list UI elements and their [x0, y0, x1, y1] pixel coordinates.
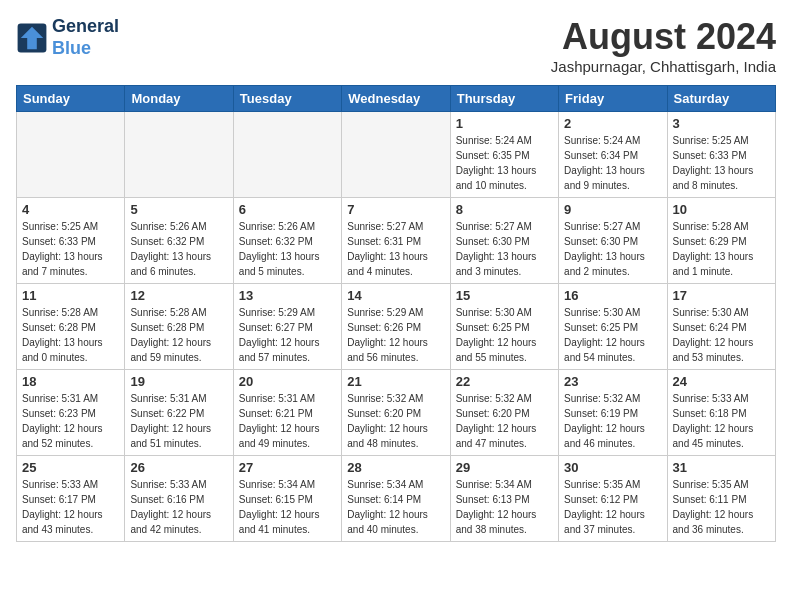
- calendar-cell: 16Sunrise: 5:30 AM Sunset: 6:25 PM Dayli…: [559, 284, 667, 370]
- calendar-cell: 22Sunrise: 5:32 AM Sunset: 6:20 PM Dayli…: [450, 370, 558, 456]
- day-info: Sunrise: 5:34 AM Sunset: 6:14 PM Dayligh…: [347, 477, 444, 537]
- day-number: 4: [22, 202, 119, 217]
- day-number: 17: [673, 288, 770, 303]
- day-number: 8: [456, 202, 553, 217]
- day-info: Sunrise: 5:33 AM Sunset: 6:17 PM Dayligh…: [22, 477, 119, 537]
- day-number: 9: [564, 202, 661, 217]
- calendar-cell: 29Sunrise: 5:34 AM Sunset: 6:13 PM Dayli…: [450, 456, 558, 542]
- weekday-header-friday: Friday: [559, 86, 667, 112]
- calendar-cell: 28Sunrise: 5:34 AM Sunset: 6:14 PM Dayli…: [342, 456, 450, 542]
- calendar-week-4: 18Sunrise: 5:31 AM Sunset: 6:23 PM Dayli…: [17, 370, 776, 456]
- logo-text: General Blue: [52, 16, 119, 59]
- logo-line1: General: [52, 16, 119, 38]
- day-info: Sunrise: 5:29 AM Sunset: 6:26 PM Dayligh…: [347, 305, 444, 365]
- day-number: 19: [130, 374, 227, 389]
- day-info: Sunrise: 5:30 AM Sunset: 6:25 PM Dayligh…: [564, 305, 661, 365]
- day-number: 11: [22, 288, 119, 303]
- day-info: Sunrise: 5:30 AM Sunset: 6:24 PM Dayligh…: [673, 305, 770, 365]
- calendar-header: SundayMondayTuesdayWednesdayThursdayFrid…: [17, 86, 776, 112]
- day-info: Sunrise: 5:28 AM Sunset: 6:28 PM Dayligh…: [22, 305, 119, 365]
- day-number: 23: [564, 374, 661, 389]
- calendar-cell: 26Sunrise: 5:33 AM Sunset: 6:16 PM Dayli…: [125, 456, 233, 542]
- calendar-cell: 15Sunrise: 5:30 AM Sunset: 6:25 PM Dayli…: [450, 284, 558, 370]
- day-info: Sunrise: 5:26 AM Sunset: 6:32 PM Dayligh…: [130, 219, 227, 279]
- day-number: 5: [130, 202, 227, 217]
- day-number: 22: [456, 374, 553, 389]
- day-number: 31: [673, 460, 770, 475]
- day-number: 25: [22, 460, 119, 475]
- day-info: Sunrise: 5:34 AM Sunset: 6:13 PM Dayligh…: [456, 477, 553, 537]
- day-number: 10: [673, 202, 770, 217]
- calendar-cell: [233, 112, 341, 198]
- day-info: Sunrise: 5:32 AM Sunset: 6:19 PM Dayligh…: [564, 391, 661, 451]
- weekday-header-sunday: Sunday: [17, 86, 125, 112]
- day-number: 1: [456, 116, 553, 131]
- calendar-cell: 13Sunrise: 5:29 AM Sunset: 6:27 PM Dayli…: [233, 284, 341, 370]
- day-info: Sunrise: 5:27 AM Sunset: 6:31 PM Dayligh…: [347, 219, 444, 279]
- calendar-cell: 17Sunrise: 5:30 AM Sunset: 6:24 PM Dayli…: [667, 284, 775, 370]
- weekday-header-monday: Monday: [125, 86, 233, 112]
- calendar-cell: 3Sunrise: 5:25 AM Sunset: 6:33 PM Daylig…: [667, 112, 775, 198]
- day-info: Sunrise: 5:33 AM Sunset: 6:18 PM Dayligh…: [673, 391, 770, 451]
- calendar-cell: 20Sunrise: 5:31 AM Sunset: 6:21 PM Dayli…: [233, 370, 341, 456]
- day-info: Sunrise: 5:34 AM Sunset: 6:15 PM Dayligh…: [239, 477, 336, 537]
- day-info: Sunrise: 5:33 AM Sunset: 6:16 PM Dayligh…: [130, 477, 227, 537]
- calendar-cell: 31Sunrise: 5:35 AM Sunset: 6:11 PM Dayli…: [667, 456, 775, 542]
- day-number: 21: [347, 374, 444, 389]
- logo: General Blue: [16, 16, 119, 59]
- calendar-cell: 25Sunrise: 5:33 AM Sunset: 6:17 PM Dayli…: [17, 456, 125, 542]
- day-info: Sunrise: 5:28 AM Sunset: 6:29 PM Dayligh…: [673, 219, 770, 279]
- title-block: August 2024 Jashpurnagar, Chhattisgarh, …: [551, 16, 776, 75]
- day-number: 15: [456, 288, 553, 303]
- day-info: Sunrise: 5:25 AM Sunset: 6:33 PM Dayligh…: [673, 133, 770, 193]
- calendar-cell: 24Sunrise: 5:33 AM Sunset: 6:18 PM Dayli…: [667, 370, 775, 456]
- day-number: 20: [239, 374, 336, 389]
- calendar-cell: 12Sunrise: 5:28 AM Sunset: 6:28 PM Dayli…: [125, 284, 233, 370]
- day-info: Sunrise: 5:35 AM Sunset: 6:12 PM Dayligh…: [564, 477, 661, 537]
- calendar-cell: 4Sunrise: 5:25 AM Sunset: 6:33 PM Daylig…: [17, 198, 125, 284]
- calendar-cell: 21Sunrise: 5:32 AM Sunset: 6:20 PM Dayli…: [342, 370, 450, 456]
- day-number: 2: [564, 116, 661, 131]
- calendar-cell: 30Sunrise: 5:35 AM Sunset: 6:12 PM Dayli…: [559, 456, 667, 542]
- day-number: 29: [456, 460, 553, 475]
- day-info: Sunrise: 5:27 AM Sunset: 6:30 PM Dayligh…: [456, 219, 553, 279]
- calendar-body: 1Sunrise: 5:24 AM Sunset: 6:35 PM Daylig…: [17, 112, 776, 542]
- calendar-cell: 5Sunrise: 5:26 AM Sunset: 6:32 PM Daylig…: [125, 198, 233, 284]
- day-number: 26: [130, 460, 227, 475]
- day-info: Sunrise: 5:31 AM Sunset: 6:22 PM Dayligh…: [130, 391, 227, 451]
- calendar-cell: 23Sunrise: 5:32 AM Sunset: 6:19 PM Dayli…: [559, 370, 667, 456]
- calendar-cell: 10Sunrise: 5:28 AM Sunset: 6:29 PM Dayli…: [667, 198, 775, 284]
- calendar-cell: 8Sunrise: 5:27 AM Sunset: 6:30 PM Daylig…: [450, 198, 558, 284]
- calendar-cell: [125, 112, 233, 198]
- calendar-week-1: 1Sunrise: 5:24 AM Sunset: 6:35 PM Daylig…: [17, 112, 776, 198]
- logo-icon: [16, 22, 48, 54]
- calendar-cell: 1Sunrise: 5:24 AM Sunset: 6:35 PM Daylig…: [450, 112, 558, 198]
- calendar-cell: 6Sunrise: 5:26 AM Sunset: 6:32 PM Daylig…: [233, 198, 341, 284]
- calendar-cell: 7Sunrise: 5:27 AM Sunset: 6:31 PM Daylig…: [342, 198, 450, 284]
- day-info: Sunrise: 5:27 AM Sunset: 6:30 PM Dayligh…: [564, 219, 661, 279]
- calendar-cell: 18Sunrise: 5:31 AM Sunset: 6:23 PM Dayli…: [17, 370, 125, 456]
- day-number: 3: [673, 116, 770, 131]
- page-header: General Blue August 2024 Jashpurnagar, C…: [16, 16, 776, 75]
- weekday-header-row: SundayMondayTuesdayWednesdayThursdayFrid…: [17, 86, 776, 112]
- day-number: 18: [22, 374, 119, 389]
- day-info: Sunrise: 5:28 AM Sunset: 6:28 PM Dayligh…: [130, 305, 227, 365]
- day-info: Sunrise: 5:24 AM Sunset: 6:35 PM Dayligh…: [456, 133, 553, 193]
- logo-line2: Blue: [52, 38, 91, 58]
- day-number: 28: [347, 460, 444, 475]
- calendar-cell: 2Sunrise: 5:24 AM Sunset: 6:34 PM Daylig…: [559, 112, 667, 198]
- day-info: Sunrise: 5:29 AM Sunset: 6:27 PM Dayligh…: [239, 305, 336, 365]
- day-info: Sunrise: 5:32 AM Sunset: 6:20 PM Dayligh…: [347, 391, 444, 451]
- calendar-cell: 9Sunrise: 5:27 AM Sunset: 6:30 PM Daylig…: [559, 198, 667, 284]
- calendar-cell: [17, 112, 125, 198]
- location: Jashpurnagar, Chhattisgarh, India: [551, 58, 776, 75]
- weekday-header-wednesday: Wednesday: [342, 86, 450, 112]
- weekday-header-tuesday: Tuesday: [233, 86, 341, 112]
- day-number: 6: [239, 202, 336, 217]
- day-info: Sunrise: 5:30 AM Sunset: 6:25 PM Dayligh…: [456, 305, 553, 365]
- day-info: Sunrise: 5:31 AM Sunset: 6:21 PM Dayligh…: [239, 391, 336, 451]
- day-info: Sunrise: 5:24 AM Sunset: 6:34 PM Dayligh…: [564, 133, 661, 193]
- calendar-week-3: 11Sunrise: 5:28 AM Sunset: 6:28 PM Dayli…: [17, 284, 776, 370]
- calendar-week-2: 4Sunrise: 5:25 AM Sunset: 6:33 PM Daylig…: [17, 198, 776, 284]
- day-info: Sunrise: 5:25 AM Sunset: 6:33 PM Dayligh…: [22, 219, 119, 279]
